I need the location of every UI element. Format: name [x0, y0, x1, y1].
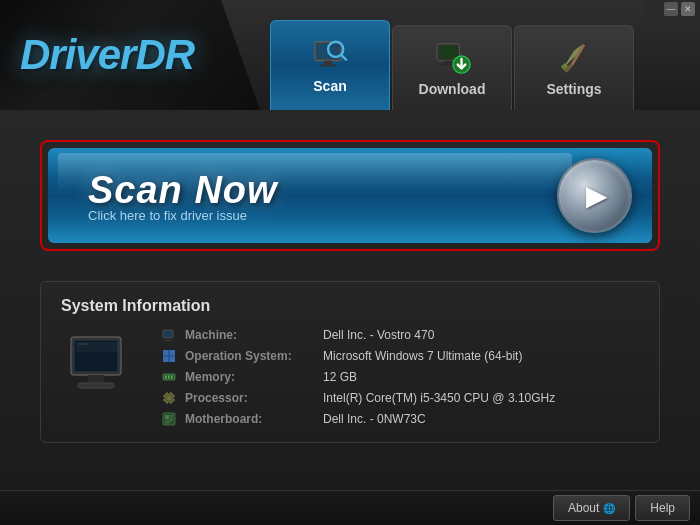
machine-icon — [161, 327, 177, 343]
motherboard-icon — [161, 411, 177, 427]
memory-label: Memory: — [185, 370, 315, 384]
info-row-memory: Memory: 12 GB — [161, 369, 639, 385]
svg-rect-32 — [165, 376, 167, 379]
svg-rect-24 — [166, 338, 170, 340]
system-info-body: Machine: Dell Inc. - Vostro 470 — [61, 327, 639, 427]
download-tab-label: Download — [419, 81, 486, 97]
download-tab-icon — [432, 40, 472, 75]
content-area: Scan Now Click here to fix driver issue … — [0, 110, 700, 473]
app-logo: DriverDR — [20, 31, 194, 79]
svg-rect-50 — [165, 422, 170, 424]
svg-rect-34 — [171, 376, 173, 379]
motherboard-value: Dell Inc. - 0NW73C — [323, 412, 426, 426]
svg-rect-8 — [444, 61, 452, 64]
svg-rect-27 — [163, 350, 169, 356]
svg-rect-46 — [165, 415, 169, 419]
nav-tabs: Scan Download — [270, 0, 634, 110]
scan-now-wrapper: Scan Now Click here to fix driver issue — [40, 140, 660, 251]
header: DriverDR Sc — [0, 0, 700, 110]
svg-rect-20 — [78, 383, 114, 388]
motherboard-label: Motherboard: — [185, 412, 315, 426]
about-icon: 🌐 — [603, 503, 615, 514]
tab-download[interactable]: Download — [392, 25, 512, 110]
info-row-machine: Machine: Dell Inc. - Vostro 470 — [161, 327, 639, 343]
machine-label: Machine: — [185, 328, 315, 342]
svg-rect-49 — [165, 420, 172, 422]
processor-icon — [161, 390, 177, 406]
main-container: — ✕ DriverDR — [0, 0, 700, 525]
minimize-button[interactable]: — — [664, 2, 678, 16]
computer-illustration — [61, 327, 141, 407]
svg-line-3 — [341, 55, 346, 60]
scan-btn-title: Scan Now — [88, 169, 278, 212]
svg-line-14 — [566, 67, 570, 71]
title-bar: — ✕ — [645, 0, 700, 18]
svg-rect-23 — [164, 331, 172, 337]
scan-now-button[interactable]: Scan Now Click here to fix driver issue — [48, 148, 652, 243]
scan-arrow-button[interactable] — [557, 158, 632, 233]
about-button[interactable]: About 🌐 — [553, 495, 630, 521]
info-row-motherboard: Motherboard: Dell Inc. - 0NW73C — [161, 411, 639, 427]
svg-rect-28 — [170, 350, 176, 356]
svg-rect-29 — [163, 357, 169, 363]
settings-tab-icon — [554, 40, 594, 75]
info-row-os: Operation System: Microsoft Windows 7 Ul… — [161, 348, 639, 364]
system-info-title: System Information — [61, 297, 639, 315]
scan-tab-label: Scan — [313, 78, 346, 94]
system-info-panel: System Information — [40, 281, 660, 443]
svg-rect-33 — [168, 376, 170, 379]
scan-tab-icon — [310, 37, 350, 72]
svg-rect-5 — [321, 64, 336, 66]
os-icon — [161, 348, 177, 364]
memory-value: 12 GB — [323, 370, 357, 384]
svg-rect-4 — [324, 60, 332, 64]
svg-rect-47 — [170, 415, 173, 417]
machine-value: Dell Inc. - Vostro 470 — [323, 328, 434, 342]
memory-icon — [161, 369, 177, 385]
logo-area: DriverDR — [0, 0, 260, 110]
help-label: Help — [650, 501, 675, 515]
info-row-processor: Processor: Intel(R) Core(TM) i5-3450 CPU… — [161, 390, 639, 406]
os-value: Microsoft Windows 7 Ultimate (64-bit) — [323, 349, 522, 363]
tab-scan[interactable]: Scan — [270, 20, 390, 110]
processor-value: Intel(R) Core(TM) i5-3450 CPU @ 3.10GHz — [323, 391, 555, 405]
scan-btn-text: Scan Now Click here to fix driver issue — [88, 169, 278, 223]
svg-rect-48 — [170, 418, 173, 420]
svg-rect-7 — [439, 46, 458, 59]
about-label: About — [568, 501, 599, 515]
processor-label: Processor: — [185, 391, 315, 405]
help-button[interactable]: Help — [635, 495, 690, 521]
settings-tab-label: Settings — [546, 81, 601, 97]
svg-rect-36 — [167, 396, 172, 401]
svg-rect-25 — [164, 340, 172, 342]
svg-rect-19 — [88, 375, 104, 383]
tab-settings[interactable]: Settings — [514, 25, 634, 110]
scan-btn-subtitle: Click here to fix driver issue — [88, 208, 247, 223]
svg-rect-30 — [170, 357, 176, 363]
info-table: Machine: Dell Inc. - Vostro 470 — [161, 327, 639, 427]
os-label: Operation System: — [185, 349, 315, 363]
close-button[interactable]: ✕ — [681, 2, 695, 16]
footer: About 🌐 Help — [0, 490, 700, 525]
